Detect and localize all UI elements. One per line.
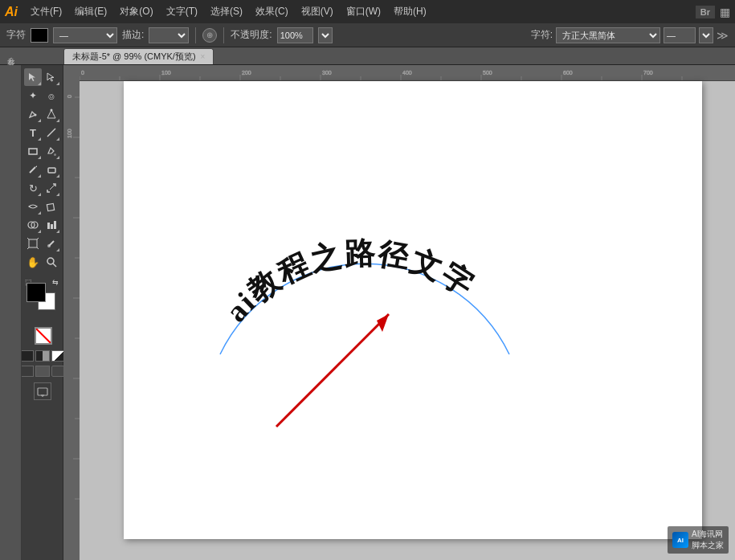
- rotate-tool[interactable]: ↻: [24, 179, 42, 197]
- bridge-icon[interactable]: Br: [696, 6, 715, 18]
- ruler-vertical: 0 100: [63, 65, 80, 560]
- shape-builder-tool[interactable]: [24, 216, 42, 234]
- opacity-mode-btn[interactable]: [35, 350, 50, 362]
- svg-text:100: 100: [67, 129, 72, 138]
- document-tab[interactable]: 未标题-5* @ 99% (CMYK/预览) ×: [63, 48, 214, 64]
- svg-text:300: 300: [322, 70, 332, 76]
- stroke-style-select[interactable]: —: [53, 27, 117, 43]
- zoom-tool[interactable]: [43, 253, 60, 271]
- svg-point-0: [35, 114, 37, 116]
- opacity-mode-select[interactable]: [318, 27, 333, 43]
- opacity-input[interactable]: [277, 27, 313, 43]
- free-transform-tool[interactable]: [43, 198, 60, 215]
- swap-colors-icon[interactable]: ⇆: [52, 278, 59, 286]
- lasso-tool[interactable]: ⌾: [43, 87, 60, 104]
- menu-object[interactable]: 对象(O): [115, 3, 157, 20]
- warp-tool[interactable]: [24, 198, 42, 215]
- font-section: 字符: 方正大黑简体 ≫: [531, 27, 729, 43]
- main-layout: 字符 ✦ ⌾: [0, 65, 735, 560]
- line-tool[interactable]: [43, 124, 60, 141]
- tool-row-1: [24, 68, 60, 86]
- type-tool[interactable]: T: [24, 124, 42, 141]
- font-family-select[interactable]: 方正大黑简体: [556, 27, 660, 43]
- svg-line-5: [30, 167, 35, 173]
- mode-buttons: [19, 350, 66, 362]
- svg-text:100: 100: [161, 70, 171, 76]
- menu-bar: 文件(F) 编辑(E) 对象(O) 文字(T) 选择(S) 效果(C) 视图(V…: [26, 3, 696, 20]
- tools-panel: ✦ ⌾ T: [22, 65, 63, 560]
- eyedropper-tool[interactable]: [43, 235, 60, 252]
- stroke-weight-select[interactable]: [149, 27, 189, 43]
- tool-row-4: T: [24, 124, 60, 141]
- screen-mode-buttons: [19, 366, 66, 377]
- svg-text:700: 700: [643, 70, 653, 76]
- tool-row-8: [24, 198, 60, 215]
- anchor-point-tool[interactable]: [43, 105, 60, 123]
- font-size-select[interactable]: [699, 27, 713, 43]
- opacity-label: 不透明度:: [231, 28, 272, 42]
- no-color-box[interactable]: [35, 327, 52, 345]
- menu-select[interactable]: 选择(S): [206, 3, 247, 20]
- screen-mode-2[interactable]: [35, 366, 50, 377]
- artboard-tool[interactable]: [24, 235, 42, 252]
- paint-bucket-tool[interactable]: [43, 142, 60, 160]
- menu-edit[interactable]: 编辑(E): [70, 3, 112, 20]
- magic-wand-tool[interactable]: ✦: [24, 87, 42, 104]
- tool-row-6: [24, 161, 60, 178]
- tool-row-7: ↻: [24, 179, 60, 197]
- more-options-icon[interactable]: ≫: [717, 29, 729, 42]
- character-panel: 字符: [0, 65, 22, 560]
- screen-mode-icon[interactable]: [34, 382, 51, 400]
- hand-tool[interactable]: ✋: [24, 253, 42, 271]
- watermark: AI AI海讯网 脚本之家: [668, 526, 729, 554]
- svg-rect-14: [54, 221, 56, 229]
- svg-line-8: [50, 185, 55, 190]
- ruler-horizontal: 0 100 200 300 400 500: [63, 65, 735, 81]
- svg-line-2: [47, 129, 55, 137]
- svg-line-66: [276, 314, 389, 427]
- color-tools-area: ⬚ ⇆: [25, 278, 62, 323]
- tab-bar: 未标题-5* @ 99% (CMYK/预览) ×: [0, 47, 735, 65]
- arc-path-text: ai教程之路径文字: [218, 236, 480, 329]
- tool-row-5: [24, 142, 60, 160]
- watermark-line1: AI海讯网: [692, 529, 724, 540]
- menu-help[interactable]: 帮助(H): [389, 3, 431, 20]
- menu-file[interactable]: 文件(F): [26, 3, 67, 20]
- svg-rect-15: [29, 239, 37, 247]
- direct-selection-tool[interactable]: [43, 68, 60, 86]
- svg-rect-52: [63, 65, 80, 560]
- svg-line-19: [37, 247, 39, 249]
- title-bar: Ai 文件(F) 编辑(E) 对象(O) 文字(T) 选择(S) 效果(C) 视…: [0, 0, 735, 23]
- title-right-icons: Br ▦: [696, 6, 730, 18]
- svg-line-23: [53, 264, 56, 267]
- stroke-label: 描边:: [122, 28, 144, 42]
- tool-row-9: [24, 216, 60, 234]
- canvas-paper: ai教程之路径文字: [124, 81, 702, 539]
- tool-row-11: ✋: [24, 253, 60, 271]
- menu-effect[interactable]: 效果(C): [251, 3, 293, 20]
- panel-label: 字符: [6, 28, 26, 42]
- svg-line-17: [37, 238, 39, 239]
- font-size-input[interactable]: [664, 27, 696, 43]
- rectangle-tool[interactable]: [24, 142, 42, 160]
- menu-text[interactable]: 文字(T): [161, 3, 202, 20]
- menu-window[interactable]: 窗口(W): [341, 3, 386, 20]
- pencil-tool[interactable]: [24, 161, 42, 178]
- svg-text:0: 0: [67, 95, 72, 98]
- bar-graph-tool[interactable]: [43, 216, 60, 234]
- tab-label: 未标题-5* @ 99% (CMYK/预览): [72, 51, 196, 63]
- svg-line-16: [27, 238, 29, 239]
- pen-tool[interactable]: [24, 105, 42, 123]
- foreground-color[interactable]: [27, 283, 46, 302]
- svg-marker-6: [35, 166, 37, 167]
- globe-icon[interactable]: ⊕: [202, 28, 217, 43]
- scale-tool[interactable]: [43, 179, 60, 197]
- svg-rect-7: [48, 168, 55, 173]
- selection-tool[interactable]: [24, 68, 42, 86]
- grid-icon[interactable]: ▦: [720, 6, 730, 18]
- eraser-tool[interactable]: [43, 161, 60, 178]
- menu-view[interactable]: 视图(V): [296, 3, 338, 20]
- tab-close-button[interactable]: ×: [201, 52, 206, 61]
- fill-color-box[interactable]: [31, 28, 48, 43]
- svg-marker-67: [377, 314, 389, 332]
